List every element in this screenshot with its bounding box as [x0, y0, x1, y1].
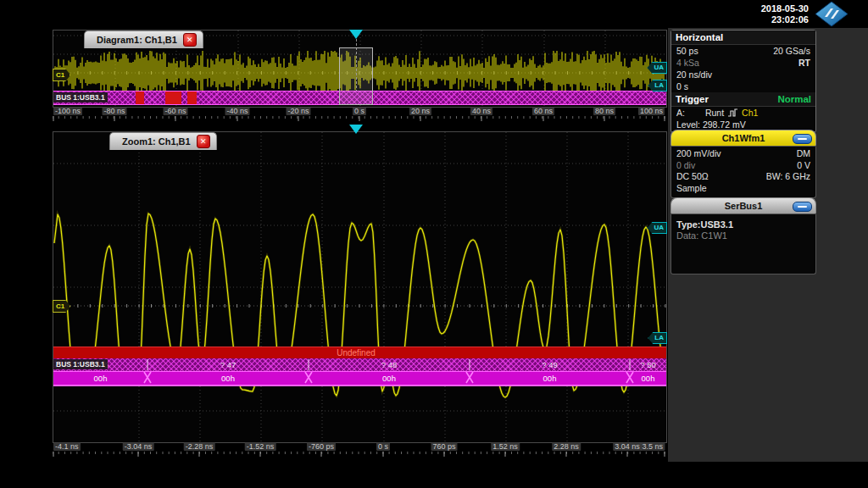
trigger-type: Runt: [705, 107, 724, 119]
axis-tick-label: -40 ns: [225, 107, 249, 115]
info-row: 4 kSaRT: [671, 57, 815, 69]
axis-tick-label: -1.52 ns: [245, 442, 276, 451]
sidebar: Horizontal 50 ps20 GSa/s4 kSaRT20 ns/div…: [668, 28, 868, 462]
serbus1-title: SerBus1: [725, 201, 763, 211]
zoom1-time-axis: -4.1 ns-3.04 ns-2.28 ns-1.52 ns-760 ps0 …: [53, 442, 665, 458]
trigger-source-row: A: Runt Ch1: [671, 107, 815, 119]
axis-tick-label: 1.52 ns: [491, 442, 520, 451]
axis-tick-label: 0 s: [353, 107, 366, 115]
trigger-level: Level: 298.72 mV: [676, 119, 746, 130]
bus-error-segment: [165, 92, 181, 104]
info-row: 0 s: [671, 80, 815, 92]
serbus1-header[interactable]: SerBus1: [670, 197, 816, 214]
axis-tick-label: -20 ns: [286, 107, 310, 115]
zoom1-plot[interactable]: Undefined ? 46? 47? 48? 49? 50 BUS 1:USB…: [53, 131, 667, 443]
info-row: DC 50ΩBW: 6 GHz: [671, 171, 815, 183]
serbus-data: Data: C1W1: [676, 230, 810, 241]
close-icon[interactable]: ✕: [183, 33, 197, 47]
datetime: 2018-05-30 23:02:06: [717, 3, 809, 25]
runt-icon: [727, 108, 738, 118]
axis-tick-label: 60 ns: [532, 107, 554, 115]
axis-tick-label: -80 ns: [102, 107, 126, 115]
axis-tick-label: 0 s: [376, 442, 390, 451]
trigger-mode-badge: Normal: [777, 92, 811, 106]
info-row: Sample: [671, 183, 815, 195]
axis-tick-label: 760 ps: [431, 442, 457, 451]
axis-tick-label: -4.1 ns: [53, 442, 81, 451]
axis-tick-label: -760 ps: [307, 442, 336, 451]
ch1wfm1-header[interactable]: Ch1Wfm1: [670, 130, 816, 147]
rs-logo-icon: [814, 1, 849, 27]
trigger-marker-icon[interactable]: [349, 30, 363, 39]
horizontal-title: Horizontal: [676, 30, 723, 44]
axis-tick-label: -3.04 ns: [123, 442, 154, 451]
close-icon[interactable]: ✕: [197, 135, 210, 148]
info-row: 0 div0 V: [671, 160, 815, 172]
zoom-selection-rect[interactable]: [339, 47, 373, 105]
axis-tick-label: 100 ns: [638, 107, 665, 115]
time: 23:02:06: [717, 14, 809, 25]
tab-zoom1-label: Zoom1: Ch1,B1: [122, 136, 191, 147]
tab-zoom1[interactable]: Zoom1: Ch1,B1 ✕: [109, 132, 217, 150]
info-row: 20 ns/div: [671, 69, 815, 80]
ch1wfm1-panel: Ch1Wfm1 200 mV/divDM0 div0 VDC 50ΩBW: 6 …: [670, 130, 816, 198]
trigger-marker-icon[interactable]: [349, 125, 363, 134]
serbus1-panel: SerBus1 Type:USB3.1 Data: C1W1: [670, 197, 816, 274]
tab-diagram1-label: Diagram1: Ch1,B1: [97, 35, 177, 45]
trigger-source-prefix: A:: [676, 107, 685, 119]
horizontal-header[interactable]: Horizontal: [671, 30, 815, 45]
ch1wfm1-title: Ch1Wfm1: [722, 133, 765, 143]
serbus-type: Type:USB3.1: [676, 219, 810, 230]
date: 2018-05-30: [717, 3, 809, 14]
bus-frame-boundaries: [53, 132, 666, 442]
tab-diagram1[interactable]: Diagram1: Ch1,B1 ✕: [84, 30, 203, 48]
axis-tick-label: 3.04 ns: [613, 442, 642, 451]
axis-tick-label: -2.28 ns: [184, 442, 215, 451]
axis-tick-label: 40 ns: [470, 107, 492, 115]
info-row: 200 mV/divDM: [671, 148, 815, 160]
axis-tick-label: -60 ns: [163, 107, 187, 115]
minimize-icon[interactable]: [793, 134, 812, 144]
axis-tick-label: 3.5 ns: [640, 442, 665, 451]
axis-tick-label: 80 ns: [593, 107, 615, 115]
trigger-title: Trigger: [676, 92, 709, 106]
info-row: 50 ps20 GSa/s: [671, 45, 815, 57]
diagram1-time-axis: -100 ns-80 ns-60 ns-40 ns-20 ns0 s20 ns4…: [53, 107, 665, 122]
bus-error-segment: [136, 92, 144, 104]
trigger-source-channel: Ch1: [742, 107, 758, 119]
bus1-label-chip: BUS 1:USB3.1: [53, 92, 108, 103]
axis-tick-label: 2.28 ns: [552, 442, 581, 451]
axis-tick-label: 20 ns: [409, 107, 431, 115]
trigger-header[interactable]: Trigger Normal: [671, 92, 815, 107]
bus-error-segment: [187, 92, 197, 104]
minimize-icon[interactable]: [793, 202, 812, 212]
horizontal-trigger-panel[interactable]: Horizontal 50 ps20 GSa/s4 kSaRT20 ns/div…: [670, 30, 816, 133]
axis-tick-label: -100 ns: [53, 107, 82, 115]
